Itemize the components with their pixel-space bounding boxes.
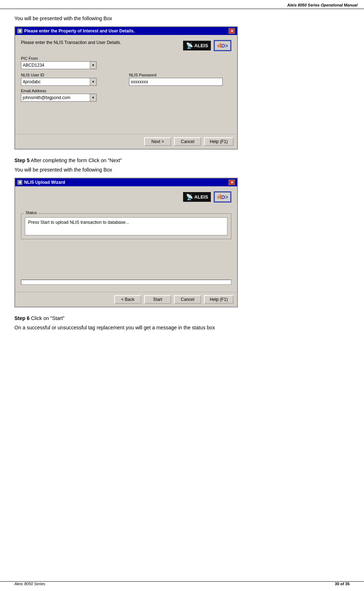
logo-area-1: 📡 ALEIS ‹iD> bbox=[183, 40, 231, 51]
step5-label: Step 5 bbox=[14, 157, 30, 163]
footer-left: Aleis 8050 Series bbox=[14, 582, 45, 586]
nlis-user-label: NLIS User ID bbox=[21, 73, 123, 77]
pic-from-value: ABCD1234 bbox=[21, 62, 90, 68]
dialog2-start-button[interactable]: Start bbox=[144, 295, 171, 304]
nlis-fields-row: NLIS User ID 4prodabc ▼ NLIS Password xx… bbox=[21, 73, 231, 86]
nlis-user-input[interactable]: 4prodabc ▼ bbox=[21, 78, 97, 86]
status-text: Press Start to upload NLIS transaction t… bbox=[28, 220, 129, 225]
step6-text: Step 6 Click on "Start" bbox=[14, 315, 350, 321]
nlis-pass-value: xxxxxxxx bbox=[131, 79, 148, 84]
wifi-icon: 📡 bbox=[186, 42, 193, 49]
id-logo-1: ‹iD> bbox=[214, 40, 231, 51]
dialog2-help-button[interactable]: Help (F1) bbox=[204, 295, 234, 304]
dialog1-cancel-button[interactable]: Cancel bbox=[174, 137, 201, 146]
progress-bar bbox=[21, 280, 231, 285]
id-logo-2: ‹iD> bbox=[214, 191, 231, 203]
dialog1-subtitle: Please enter the NLIS Transaction and Us… bbox=[21, 40, 121, 45]
email-arrow-icon[interactable]: ▼ bbox=[90, 94, 96, 101]
dialog1-spacer bbox=[21, 105, 231, 130]
aleis-text-2: ALEIS bbox=[194, 194, 208, 200]
bottom-texts: Step 6 Click on "Start" On a successful … bbox=[14, 315, 350, 330]
closing-text: On a successful or unsuccessful tag repl… bbox=[14, 325, 350, 330]
step5-content: After completing the form Click on "Next… bbox=[31, 157, 122, 163]
email-row: Email Address johnsmith@bigpond.com ▼ bbox=[21, 89, 231, 102]
dialog2-footer: < Back Start Cancel Help (F1) bbox=[15, 292, 237, 307]
dialog2: 🖥 NLIS Upload Wizard ✕ 📡 ALEIS ‹iD> bbox=[14, 178, 238, 307]
page-header: Aleis 8050 Series Operational Manual bbox=[0, 0, 364, 9]
dialog1-titlebar: 🖥 Please enter the Property of Interest … bbox=[15, 27, 237, 35]
dialog2-title-left: 🖥 NLIS Upload Wizard bbox=[17, 180, 65, 185]
dialog1: 🖥 Please enter the Property of Interest … bbox=[14, 26, 238, 150]
intro-text-1: You will be presented with the following… bbox=[14, 15, 350, 21]
intro-text-2: You will be presented with the following… bbox=[14, 167, 350, 173]
dialog1-wrapper: 🖥 Please enter the Property of Interest … bbox=[14, 26, 350, 150]
aleis-text: ALEIS bbox=[194, 43, 208, 48]
step6-label: Step 6 bbox=[14, 315, 30, 321]
dialog2-wrapper: 🖥 NLIS Upload Wizard ✕ 📡 ALEIS ‹iD> bbox=[14, 178, 350, 307]
step6-content: Click on "Start" bbox=[31, 315, 65, 321]
email-value: johnsmith@bigpond.com bbox=[21, 94, 90, 101]
email-input[interactable]: johnsmith@bigpond.com ▼ bbox=[21, 94, 97, 102]
dialog1-title-icon: 🖥 bbox=[17, 28, 22, 34]
dialog1-help-button[interactable]: Help (F1) bbox=[204, 137, 234, 146]
dialog2-titlebar: 🖥 NLIS Upload Wizard ✕ bbox=[15, 178, 237, 186]
main-content: You will be presented with the following… bbox=[0, 9, 364, 346]
status-group-box: Status Press Start to upload NLIS transa… bbox=[21, 213, 231, 239]
status-content: Press Start to upload NLIS transaction t… bbox=[25, 217, 227, 235]
nlis-pass-group: NLIS Password xxxxxxxx bbox=[129, 73, 231, 86]
pic-from-row: PIC From ABCD1234 ▼ bbox=[21, 56, 231, 69]
status-legend: Status bbox=[24, 210, 38, 215]
dialog2-title-icon: 🖥 bbox=[17, 180, 22, 185]
aleis-logo-1: 📡 ALEIS bbox=[183, 41, 211, 50]
footer-right: 30 of 35 bbox=[335, 582, 350, 586]
nlis-user-value: 4prodabc bbox=[21, 79, 90, 85]
pic-from-label: PIC From bbox=[21, 56, 231, 61]
dialog1-footer: Next > Cancel Help (F1) bbox=[15, 134, 237, 149]
page-footer: Aleis 8050 Series 30 of 35 bbox=[0, 581, 364, 586]
dialog2-spacer bbox=[21, 244, 231, 280]
dialog1-title-text: Please enter the Property of Interest an… bbox=[24, 28, 135, 34]
dialog2-back-button[interactable]: < Back bbox=[114, 295, 141, 304]
logo-area-2: 📡 ALEIS ‹iD> bbox=[183, 191, 231, 203]
dialog2-title-text: NLIS Upload Wizard bbox=[24, 180, 65, 185]
id-arrow: ‹i bbox=[217, 42, 221, 49]
nlis-pass-label: NLIS Password bbox=[129, 73, 231, 77]
nlis-user-arrow-icon[interactable]: ▼ bbox=[90, 78, 96, 85]
pic-from-input[interactable]: ABCD1234 ▼ bbox=[21, 61, 97, 69]
wifi-icon-2: 📡 bbox=[186, 194, 193, 200]
aleis-logo-2: 📡 ALEIS bbox=[183, 192, 211, 202]
id-text: D> bbox=[221, 43, 228, 49]
pic-from-arrow-icon[interactable]: ▼ bbox=[90, 62, 96, 69]
nlis-pass-input[interactable]: xxxxxxxx bbox=[129, 78, 223, 86]
dialog2-cancel-button[interactable]: Cancel bbox=[174, 295, 201, 304]
dialog2-close-button[interactable]: ✕ bbox=[228, 179, 235, 185]
dialog1-body: Please enter the NLIS Transaction and Us… bbox=[15, 35, 237, 134]
dialog1-next-button[interactable]: Next > bbox=[144, 137, 171, 146]
id-arrow-2: ‹i bbox=[217, 193, 221, 201]
dialog1-title-left: 🖥 Please enter the Property of Interest … bbox=[17, 28, 135, 34]
manual-title: Aleis 8050 Series Operational Manual bbox=[287, 3, 358, 7]
email-label: Email Address bbox=[21, 89, 231, 93]
id-text-2: D> bbox=[221, 194, 228, 200]
dialog1-close-button[interactable]: ✕ bbox=[228, 28, 235, 34]
nlis-user-group: NLIS User ID 4prodabc ▼ bbox=[21, 73, 123, 86]
dialog2-body: 📡 ALEIS ‹iD> Status Press Start to uploa… bbox=[15, 186, 237, 292]
step5-text: Step 5 After completing the form Click o… bbox=[14, 157, 350, 163]
